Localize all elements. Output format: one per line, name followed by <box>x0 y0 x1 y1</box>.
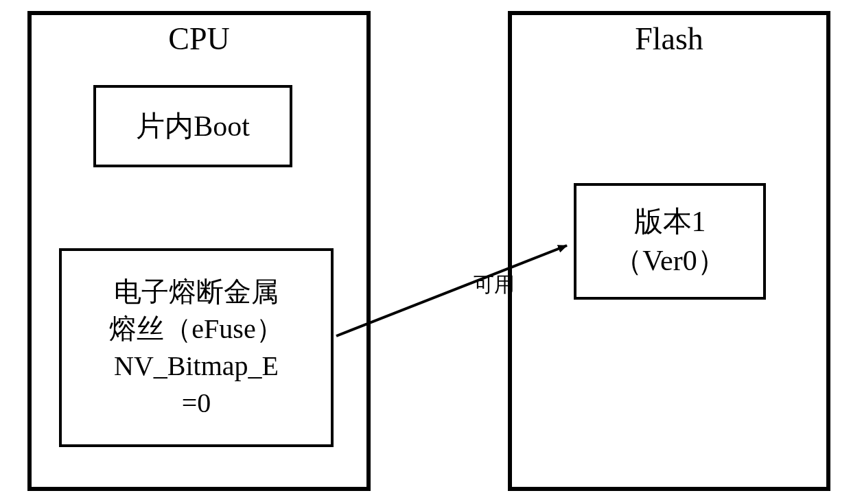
svg-line-0 <box>336 245 567 336</box>
arrow-label: 可用 <box>474 271 515 299</box>
arrow-efuse-to-version <box>0 0 851 504</box>
diagram-canvas: CPU 片内Boot 电子熔断金属 熔丝（eFuse） NV_Bitmap_E … <box>0 0 851 504</box>
